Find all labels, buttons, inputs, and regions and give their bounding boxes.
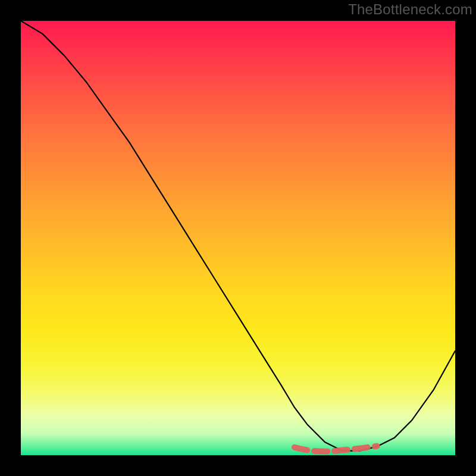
- watermark-text: TheBottleneck.com: [348, 1, 472, 18]
- chart-canvas: TheBottleneck.com: [0, 0, 476, 476]
- bottleneck-curve: [21, 21, 455, 451]
- chart-overlay: [21, 21, 455, 455]
- plot-area: [21, 21, 455, 455]
